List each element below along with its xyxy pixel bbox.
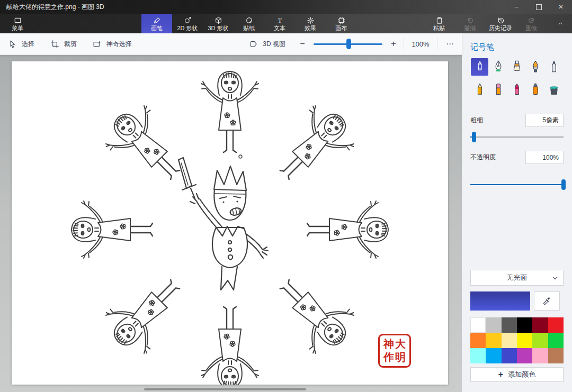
stamp-character: 神 [383,338,394,351]
effects-icon [307,16,315,24]
opacity-slider-thumb[interactable] [561,179,566,190]
brush-oil-brush[interactable] [526,58,544,76]
opacity-input[interactable]: 100% [525,151,564,164]
color-swatch-17[interactable] [532,348,548,363]
brush-panel: 记号笔 粗细 5像素 不透明度 100% 无光面 [462,33,572,392]
ribbon-actions: 粘贴撤消历史记录重做 [424,14,547,33]
brush-crayon[interactable] [508,81,525,98]
brush-icon [153,16,161,24]
ribbon-tabs: 画笔2D 形状3D 形状贴纸T文本效果画布 [141,14,356,33]
crayon-icon [510,83,524,96]
thickness-slider-track [470,136,564,138]
oil-brush-icon [529,60,542,74]
color-swatch-5[interactable] [532,317,548,333]
flat-brush-icon [510,60,524,74]
view-3d-button[interactable]: 3D 视图 [241,33,293,54]
brush-label: 画笔 [151,25,163,31]
opacity-label: 不透明度 [470,153,496,162]
paste-label: 粘贴 [433,25,445,31]
horizontal-scrollbar[interactable] [144,388,306,390]
select-button[interactable]: 选择 [0,33,42,54]
action-paste[interactable]: 粘贴 [424,14,454,33]
brush-flat-brush[interactable] [508,58,525,76]
chevron-up-icon [557,20,564,27]
zoom-in-icon: + [391,39,396,49]
brush-eraser[interactable] [489,81,507,98]
zoom-slider-thumb[interactable] [346,39,351,49]
text-icon: T [276,16,284,24]
brush-calligraphy-pen[interactable] [489,58,507,76]
tab-brush[interactable]: 画笔 [141,14,172,33]
tab-effects[interactable]: 效果 [295,14,326,33]
color-swatch-16[interactable] [517,348,532,363]
color-swatch-9[interactable] [502,333,517,348]
view-3d-label: 3D 视图 [263,40,285,49]
minimize-icon: – [515,3,519,11]
brush-marker[interactable] [471,58,488,76]
more-options-icon: ⋯ [446,39,454,48]
more-options-button[interactable]: ⋯ [439,39,462,49]
minimize-button[interactable]: – [505,0,528,14]
magic-select-label: 神奇选择 [106,40,132,49]
color-swatch-7[interactable] [470,333,486,348]
2d-shapes-icon [184,16,192,24]
eyedropper-button[interactable] [534,291,560,311]
magic-select-button[interactable]: 神奇选择 [85,33,140,54]
redo-label: 重做 [525,25,537,31]
color-swatch-13[interactable] [470,348,486,363]
zoom-level-value[interactable]: 100% [405,40,436,48]
color-swatch-1[interactable] [470,317,486,333]
tab-2d-shapes[interactable]: 2D 形状 [172,14,203,33]
color-swatch-6[interactable] [548,317,564,333]
thickness-slider[interactable] [470,132,564,142]
color-swatch-18[interactable] [548,348,564,363]
text-label: 文本 [274,25,285,31]
brush-pixel-pen[interactable] [545,58,562,76]
crop-button[interactable]: 裁剪 [42,33,85,54]
collapse-ribbon-button[interactable] [549,14,572,33]
color-swatch-10[interactable] [517,333,532,348]
fill-bucket-icon [547,83,561,96]
thickness-input[interactable]: 5像素 [525,114,564,127]
menu-button[interactable]: 菜单 [0,14,35,33]
zoom-slider[interactable] [314,39,382,49]
color-swatch-12[interactable] [548,333,564,348]
opacity-slider[interactable] [470,179,564,190]
color-swatch-4[interactable] [517,317,532,333]
thickness-slider-thumb[interactable] [472,132,476,142]
svg-text:T: T [278,16,282,24]
stamp-character: 明 [395,351,406,364]
drawing-canvas[interactable]: 大明 神作 [12,61,448,385]
brush-grid [470,58,564,98]
menu-label: 菜单 [12,25,23,31]
brush-fill-bucket[interactable] [545,81,562,98]
tab-text[interactable]: T文本 [264,14,295,33]
brush-pencil[interactable] [471,81,488,98]
color-swatch-2[interactable] [486,317,501,333]
stamp-right-column: 大明 [395,338,406,364]
close-icon: ✕ [558,3,564,11]
action-history[interactable]: 历史记录 [485,14,516,33]
add-color-button[interactable]: + 添加颜色 [470,367,564,382]
color-swatch-3[interactable] [502,317,517,333]
tab-stickers[interactable]: 贴纸 [234,14,264,33]
finish-dropdown[interactable]: 无光面 [470,270,564,286]
magic-select-icon [93,40,102,49]
current-color-swatch[interactable] [470,291,530,311]
tab-canvas[interactable]: 画布 [326,14,356,33]
close-button[interactable]: ✕ [550,0,572,14]
maximize-button[interactable] [528,0,550,14]
color-swatch-14[interactable] [486,348,501,363]
stamp-character: 作 [383,351,394,364]
tab-3d-shapes[interactable]: 3D 形状 [203,14,234,33]
zoom-out-button[interactable]: − [293,33,311,54]
view-3d-icon [249,40,258,49]
color-swatch-15[interactable] [502,348,517,363]
pixel-pen-icon [547,60,561,74]
zoom-in-button[interactable]: + [385,33,403,54]
color-swatch-11[interactable] [532,333,548,348]
crop-icon [50,40,59,49]
brush-spray-can[interactable] [526,81,544,98]
maximize-icon [536,4,542,10]
color-swatch-8[interactable] [486,333,501,348]
